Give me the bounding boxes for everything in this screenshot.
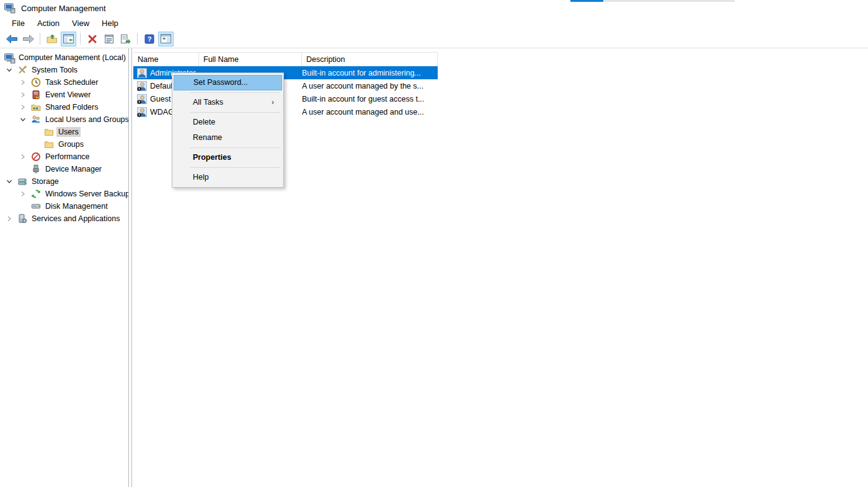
tree-item-shared-folders[interactable]: Shared Folders <box>0 101 128 113</box>
column-header-full-name[interactable]: Full Name <box>199 53 302 66</box>
console-tree-icon <box>63 34 74 43</box>
chevron-right-icon[interactable] <box>17 76 31 89</box>
tree-item-label: Local Users and Groups <box>43 115 129 125</box>
tree-item-label: Services and Applications <box>30 214 122 224</box>
tree-item-groups[interactable]: Groups <box>0 138 128 151</box>
toolbar-separator <box>137 33 138 45</box>
up-folder-icon <box>46 34 58 44</box>
disk-management-icon <box>31 201 41 211</box>
expander-spacer <box>30 126 44 138</box>
back-arrow-button[interactable] <box>4 32 19 46</box>
tree-item-label: System Tools <box>30 65 79 75</box>
back-arrow-icon <box>6 34 18 44</box>
context-menu-item-rename[interactable]: Rename <box>174 130 282 146</box>
chevron-down-icon[interactable] <box>4 175 17 188</box>
tree-item-task-scheduler[interactable]: Task Scheduler <box>0 76 128 89</box>
storage-icon <box>17 177 27 186</box>
chevron-right-icon[interactable] <box>17 188 31 200</box>
tree-item-windows-server-backup[interactable]: Windows Server Backup <box>0 188 128 200</box>
forward-arrow-icon <box>22 34 35 44</box>
top-progress-track <box>603 0 735 2</box>
cell-description: A user account managed and use... <box>302 108 438 116</box>
menu-view[interactable]: View <box>66 17 95 29</box>
context-menu-item-properties[interactable]: Properties <box>174 150 282 165</box>
toolbar: ? <box>0 30 868 48</box>
tree-item-services-and-applications[interactable]: Services and Applications <box>0 212 128 225</box>
chevron-right-icon[interactable] <box>17 89 31 101</box>
expander-spacer <box>17 163 31 175</box>
context-menu-item-set-password[interactable]: Set Password... <box>174 75 282 90</box>
top-progress-accent <box>570 0 603 2</box>
tree-item-disk-management[interactable]: Disk Management <box>0 200 128 212</box>
tree-item-event-viewer[interactable]: Event Viewer <box>0 89 128 101</box>
tree-item-label: Device Manager <box>43 164 104 174</box>
computer-icon <box>4 53 14 63</box>
tree-item-storage[interactable]: Storage <box>0 175 128 188</box>
folder-icon <box>44 127 54 137</box>
user-disabled-icon <box>137 107 147 117</box>
tree-item-label: Performance <box>43 152 92 162</box>
action-pane-button[interactable] <box>158 32 174 46</box>
menu-bar: FileActionViewHelp <box>0 16 868 30</box>
column-header-description[interactable]: Description <box>302 53 438 66</box>
console-tree-panel: Computer Management (Local)System ToolsT… <box>0 48 129 487</box>
help-button[interactable]: ? <box>141 32 157 46</box>
chevron-right-icon[interactable] <box>17 101 31 113</box>
up-folder-button[interactable] <box>44 32 60 46</box>
user-icon <box>137 68 147 78</box>
user-disabled-icon <box>137 94 147 104</box>
chevron-right-icon[interactable] <box>4 212 17 225</box>
tree-item-system-tools[interactable]: System Tools <box>0 64 128 76</box>
menu-separator <box>190 167 280 168</box>
cell-description: Built-in account for administering... <box>302 69 438 77</box>
properties-icon <box>104 34 114 44</box>
menu-help[interactable]: Help <box>95 17 125 29</box>
menu-action[interactable]: Action <box>31 17 66 29</box>
user-name-text: Guest <box>150 95 170 103</box>
event-viewer-icon <box>31 90 41 100</box>
tree-item-label: Windows Server Backup <box>43 189 129 199</box>
main-area: Computer Management (Local)System ToolsT… <box>0 48 868 490</box>
help-icon: ? <box>144 34 154 44</box>
column-header-name[interactable]: Name <box>133 53 199 66</box>
properties-button[interactable] <box>101 32 117 46</box>
chevron-down-icon[interactable] <box>17 113 31 126</box>
console-tree-button[interactable] <box>61 32 76 46</box>
forward-arrow-button[interactable] <box>20 32 36 46</box>
toolbar-separator <box>80 33 81 45</box>
tree-item-label: Storage <box>30 177 61 186</box>
performance-icon <box>31 152 41 162</box>
context-menu-item-all-tasks[interactable]: All Tasks› <box>174 95 282 110</box>
tree-item-local-users-and-groups[interactable]: Local Users and Groups <box>0 113 128 126</box>
tree-item-device-manager[interactable]: Device Manager <box>0 163 128 175</box>
tree-item-label: Event Viewer <box>43 90 92 100</box>
tree-item-label: Disk Management <box>43 201 110 211</box>
tree-item-label: Users <box>56 127 81 137</box>
tree-item-label: Computer Management (Local) <box>17 53 128 63</box>
chevron-down-icon[interactable] <box>4 64 17 76</box>
menu-separator <box>190 92 280 93</box>
export-list-button[interactable] <box>118 32 133 46</box>
tree-item-users[interactable]: Users <box>0 126 128 138</box>
tree-item-label: Groups <box>56 139 86 149</box>
delete-x-button[interactable] <box>84 32 100 46</box>
shared-folders-icon <box>31 102 41 112</box>
computer-management-icon <box>4 2 16 14</box>
cell-description: Built-in account for guest access t... <box>302 95 438 103</box>
menu-separator <box>190 112 280 113</box>
window-title: Computer Management <box>21 4 106 13</box>
system-tools-icon <box>17 65 27 75</box>
svg-text:?: ? <box>147 35 151 43</box>
menu-file[interactable]: File <box>6 17 31 29</box>
action-pane-icon <box>161 34 171 43</box>
context-menu-item-help[interactable]: Help <box>174 170 282 185</box>
expander-spacer <box>30 138 44 151</box>
context-menu-item-delete[interactable]: Delete <box>174 115 282 130</box>
server-backup-icon <box>31 189 41 199</box>
local-users-groups-icon <box>31 115 41 125</box>
tree-item-performance[interactable]: Performance <box>0 151 128 163</box>
chevron-right-icon[interactable] <box>17 151 31 163</box>
tree-item-computer-management-local[interactable]: Computer Management (Local) <box>0 51 128 64</box>
toolbar-separator <box>40 33 40 45</box>
context-menu: Set Password...All Tasks›DeleteRenamePro… <box>172 72 284 188</box>
